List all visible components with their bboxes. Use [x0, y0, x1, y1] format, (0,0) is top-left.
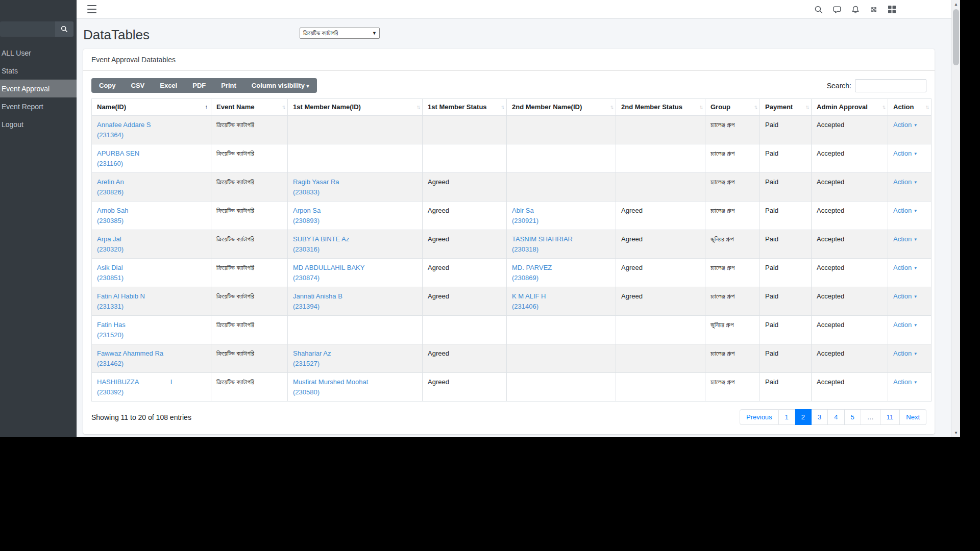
member-name-link[interactable]: MD ABDULLAHIL BAKY: [293, 263, 417, 273]
member-id-link[interactable]: (231160): [97, 159, 206, 169]
action-dropdown-button[interactable]: Action ▼: [893, 264, 918, 271]
member-id-link[interactable]: (231394): [293, 302, 417, 312]
member-name-link[interactable]: Shahariar Az: [293, 348, 417, 359]
sidebar-item-all-user[interactable]: ALL User: [0, 44, 77, 62]
action-dropdown-button[interactable]: Action ▼: [893, 321, 918, 329]
action-dropdown-button[interactable]: Action ▼: [893, 178, 918, 186]
action-dropdown-button[interactable]: Action ▼: [893, 349, 918, 357]
pagination-page-5[interactable]: 5: [845, 409, 861, 425]
fullscreen-icon[interactable]: [869, 5, 878, 14]
bell-icon[interactable]: [850, 5, 860, 14]
member-id-link[interactable]: (231364): [97, 130, 206, 140]
hamburger-menu-icon[interactable]: [87, 5, 96, 13]
column-header-name-id-[interactable]: Name(ID)↑: [92, 99, 211, 116]
sidebar-item-event-approval[interactable]: Event Approval: [0, 80, 77, 97]
pagination-page-1[interactable]: 1: [779, 409, 795, 425]
action-dropdown-button[interactable]: Action ▼: [893, 149, 918, 157]
member-id-link[interactable]: (230580): [293, 387, 417, 397]
column-header-admin-approval[interactable]: Admin Approval↑↓: [812, 99, 888, 116]
member-name-link[interactable]: Arpa Jal: [97, 234, 206, 244]
member-id-link[interactable]: (230893): [293, 216, 417, 226]
member-id-link[interactable]: (230833): [293, 187, 417, 197]
print-button[interactable]: Print: [213, 78, 244, 93]
member-name-link[interactable]: Fatin Has: [97, 320, 206, 330]
sidebar-search-button[interactable]: [55, 21, 74, 37]
member-name-link[interactable]: APURBA SEN: [97, 148, 206, 159]
member-id-link[interactable]: (230316): [293, 244, 417, 255]
sidebar-item-stats[interactable]: Stats: [0, 62, 77, 80]
category-select[interactable]: ক্রিয়েটিভ ক্যাটাগরি ▼: [300, 28, 380, 39]
member-name-link[interactable]: Arnob Sah: [97, 206, 206, 216]
sidebar-item-event-report[interactable]: Event Report: [0, 97, 77, 115]
member-id-link[interactable]: (231406): [512, 302, 610, 312]
member-id-link[interactable]: (231520): [97, 330, 206, 340]
member-id-link[interactable]: (230826): [97, 187, 206, 197]
member-name-link[interactable]: Abir Sa: [512, 206, 610, 216]
column-header-event-name[interactable]: Event Name↑↓: [211, 99, 288, 116]
column-header-payment[interactable]: Payment↑↓: [760, 99, 812, 116]
pagination-page-3[interactable]: 3: [812, 409, 828, 425]
app-window: ALL UserStatsEvent ApprovalEvent ReportL…: [0, 0, 960, 437]
member-id-link[interactable]: (230318): [512, 244, 610, 255]
pagination-page-11[interactable]: 11: [880, 409, 900, 425]
member-name-link[interactable]: Annafee Addare S: [97, 120, 206, 130]
member-id-link[interactable]: (230392): [97, 387, 206, 397]
copy-button[interactable]: Copy: [91, 78, 124, 93]
column-header-2nd-member-status[interactable]: 2nd Member Status↑↓: [616, 99, 705, 116]
pdf-button[interactable]: PDF: [185, 78, 213, 93]
action-dropdown-button[interactable]: Action ▼: [893, 378, 918, 386]
member-id-link[interactable]: (230874): [293, 273, 417, 283]
member2-status-cell: [616, 173, 705, 202]
member-id-link[interactable]: (230921): [512, 216, 610, 226]
grid-icon[interactable]: [887, 5, 897, 14]
member-id-link[interactable]: (231331): [97, 302, 206, 312]
vertical-scrollbar[interactable]: ▲ ▼: [951, 0, 960, 437]
member-id-link[interactable]: (230385): [97, 216, 206, 226]
member-name-link[interactable]: Ragib Yasar Ra: [293, 177, 417, 187]
pagination-page-4[interactable]: 4: [828, 409, 844, 425]
column-header-action[interactable]: Action↑↓: [888, 99, 932, 116]
group-cell: চ্যালেঞ্জ গ্রুপ: [705, 344, 760, 373]
search-icon[interactable]: [814, 5, 823, 14]
member-name-link[interactable]: Musfirat Murshed Moohat: [293, 377, 417, 387]
member-name-link[interactable]: Asik Dial: [97, 263, 206, 273]
member-name-link[interactable]: Fawwaz Ahammed Ra: [97, 348, 206, 359]
member-name-link[interactable]: Arpon Sa: [293, 206, 417, 216]
member-name-link[interactable]: SUBYTA BINTE Az: [293, 234, 417, 244]
group-cell: চ্যালেঞ্জ গ্রুপ: [705, 116, 760, 144]
column-header-1st-member-name-id-[interactable]: 1st Member Name(ID)↑↓: [288, 99, 423, 116]
member-name-link[interactable]: HASHIBUZZA I: [97, 377, 206, 387]
action-dropdown-button[interactable]: Action ▼: [893, 207, 918, 214]
member-name-link[interactable]: K M ALIF H: [512, 291, 610, 302]
member-id-link[interactable]: (231527): [293, 359, 417, 369]
csv-button[interactable]: CSV: [124, 78, 153, 93]
excel-button[interactable]: Excel: [152, 78, 185, 93]
member-name-link[interactable]: Jannati Anisha B: [293, 291, 417, 302]
sidebar-item-logout[interactable]: Logout: [0, 115, 77, 133]
action-dropdown-button[interactable]: Action ▼: [893, 235, 918, 243]
scrollbar-down-arrow-icon[interactable]: ▼: [952, 429, 960, 437]
member-id-link[interactable]: (231462): [97, 359, 206, 369]
column-header-group[interactable]: Group↑↓: [705, 99, 760, 116]
table-search-input[interactable]: [855, 79, 926, 92]
member-id-link[interactable]: (230869): [512, 273, 610, 283]
member-name-link[interactable]: Fatin Al Habib N: [97, 291, 206, 302]
scrollbar-thumb[interactable]: [953, 9, 959, 65]
action-dropdown-button[interactable]: Action ▼: [893, 121, 918, 129]
sidebar-search-input[interactable]: [0, 21, 55, 37]
chat-icon[interactable]: [832, 5, 842, 14]
action-dropdown-button[interactable]: Action ▼: [893, 292, 918, 300]
pagination-page-2[interactable]: 2: [795, 409, 812, 425]
scrollbar-up-arrow-icon[interactable]: ▲: [952, 0, 960, 9]
member-id-link[interactable]: (230851): [97, 273, 206, 283]
member-name-link[interactable]: MD. PARVEZ: [512, 263, 610, 273]
member-name-cell: MD ABDULLAHIL BAKY(230874): [288, 259, 423, 287]
member-name-link[interactable]: TASNIM SHAHRIAR: [512, 234, 610, 244]
column-header-1st-member-status[interactable]: 1st Member Status↑↓: [423, 99, 507, 116]
column-header-2nd-member-name-id-[interactable]: 2nd Member Name(ID)↑↓: [507, 99, 616, 116]
member-id-link[interactable]: (230320): [97, 244, 206, 255]
pagination-previous[interactable]: Previous: [740, 409, 779, 425]
column-visibility-button[interactable]: Column visibility ▾: [244, 78, 317, 93]
member-name-link[interactable]: Arefin An: [97, 177, 206, 187]
pagination-next[interactable]: Next: [900, 409, 926, 425]
